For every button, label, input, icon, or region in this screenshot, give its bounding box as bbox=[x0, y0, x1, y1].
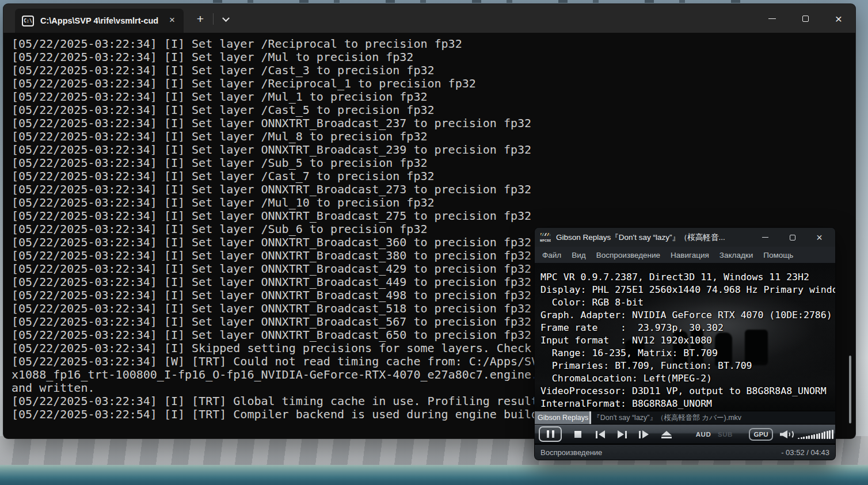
terminal-line: [05/22/2025-03:22:34] [I] Set layer /Cas… bbox=[12, 64, 855, 77]
stop-icon bbox=[574, 431, 581, 438]
mpc-icon-label: MPCBE bbox=[540, 239, 551, 242]
skip-forward-icon bbox=[625, 431, 627, 438]
osd-stats-overlay: MPC VR 0.9.7.2387, Direct3D 11, Windows … bbox=[540, 271, 835, 410]
video-area[interactable]: MPC VR 0.9.7.2387, Direct3D 11, Windows … bbox=[535, 263, 835, 411]
minimize-icon bbox=[762, 237, 768, 238]
terminal-line: [05/22/2025-03:22:34] [I] Set layer /Cas… bbox=[12, 104, 855, 117]
terminal-line: [05/22/2025-03:22:34] [I] Set layer /Mul… bbox=[12, 196, 855, 209]
osd-line: ChromaLocation: Left(MPEG-2) bbox=[540, 372, 835, 385]
volume-bar bbox=[827, 431, 828, 439]
volume-bar bbox=[806, 436, 808, 439]
volume-bar bbox=[816, 434, 818, 439]
volume-bar bbox=[798, 438, 800, 439]
menu-item-6[interactable]: Помощь bbox=[758, 249, 798, 261]
seekbar[interactable]: Gibson Replays 『Don't say “lazy”』（桜高軽音部 … bbox=[535, 411, 835, 425]
terminal-line: [05/22/2025-03:22:34] [I] Set layer ONNX… bbox=[12, 117, 855, 130]
terminal-tab[interactable]: C:\ C:\Apps\SVP 4\rife\vsmlrt-cud × bbox=[15, 9, 184, 33]
menu-item-2[interactable]: Вид bbox=[566, 249, 591, 261]
terminal-tab-title: C:\Apps\SVP 4\rife\vsmlrt-cud bbox=[40, 16, 165, 25]
osd-line: Range: 16-235, Matrix: BT.709 bbox=[540, 347, 835, 360]
osd-line: Primaries: BT.709, Function: BT.709 bbox=[540, 360, 835, 372]
frame-step-icon bbox=[642, 430, 649, 438]
terminal-maximize-button[interactable] bbox=[789, 4, 822, 33]
skip-back-icon bbox=[599, 430, 605, 438]
osd-line: MPC VR 0.9.7.2387, Direct3D 11, Windows … bbox=[540, 271, 835, 284]
eject-button[interactable] bbox=[656, 425, 677, 444]
player-close-button[interactable]: × bbox=[806, 228, 833, 247]
skip-forward-icon bbox=[618, 430, 624, 438]
osd-line: InternalFormat: B8G8R8A8_UNORM bbox=[540, 398, 835, 410]
volume-slider[interactable] bbox=[797, 425, 834, 444]
volume-bar bbox=[808, 436, 810, 439]
terminal-line: [05/22/2025-03:22:34] [I] Set layer /Sub… bbox=[12, 156, 855, 170]
tab-dropdown-button[interactable] bbox=[218, 12, 234, 27]
menu-item-3[interactable]: Воспроизведение bbox=[591, 249, 665, 261]
seekbar-played-segment[interactable]: Gibson Replays bbox=[535, 411, 589, 424]
terminal-line: [05/22/2025-03:22:34] [I] Set layer ONNX… bbox=[12, 143, 855, 156]
speaker-icon bbox=[780, 430, 793, 439]
close-icon: × bbox=[835, 13, 842, 25]
minimize-icon bbox=[768, 18, 776, 19]
pause-icon bbox=[547, 430, 549, 438]
chevron-down-icon bbox=[222, 14, 230, 22]
frame-step-button[interactable] bbox=[633, 425, 654, 444]
player-statusbar: Воспроизведение - 03:52 / 04:43 bbox=[535, 444, 835, 460]
terminal-line: [05/22/2025-03:22:34] [I] Set layer /Mul… bbox=[12, 130, 855, 143]
close-icon: × bbox=[816, 232, 823, 243]
volume-bar bbox=[829, 430, 831, 439]
previous-file-button[interactable] bbox=[590, 425, 611, 444]
volume-bar bbox=[803, 437, 805, 439]
desktop-wallpaper-water bbox=[0, 465, 868, 485]
terminal-minimize-button[interactable] bbox=[755, 4, 789, 33]
osd-line: Color: RGB 8-bit bbox=[540, 296, 835, 309]
osd-line: Display: PHL 275E1 2560x1440 74.968 Hz P… bbox=[540, 284, 835, 296]
menu-item-5[interactable]: Закладки bbox=[714, 249, 758, 261]
new-tab-button[interactable]: + bbox=[192, 12, 209, 28]
tab-close-icon[interactable]: × bbox=[165, 14, 179, 28]
player-maximize-button[interactable] bbox=[779, 228, 806, 247]
volume-bar bbox=[811, 435, 813, 439]
osd-line: VideoProcessor: D3D11 VP, output to B8G8… bbox=[540, 385, 835, 398]
volume-bar bbox=[801, 437, 802, 439]
terminal-line: [05/22/2025-03:22:34] [I] Set layer /Cas… bbox=[12, 170, 855, 183]
gpu-indicator-badge: GPU bbox=[749, 428, 773, 441]
background-window-text-sliver bbox=[213, 0, 748, 3]
player-titlebar[interactable]: MPCBE Gibson Replays『Don't say “lazy”』（桜… bbox=[535, 228, 835, 247]
maximize-icon bbox=[802, 16, 809, 22]
terminal-scrollbar-thumb[interactable] bbox=[849, 356, 851, 423]
mpc-be-app-icon: MPCBE bbox=[540, 232, 551, 243]
player-window-title: Gibson Replays『Don't say “lazy”』（桜高軽音... bbox=[556, 232, 740, 243]
volume-bar bbox=[821, 433, 823, 439]
player-toolbar: AUD SUB GPU bbox=[535, 425, 835, 444]
osd-line: Input format : NV12 1920x1080 bbox=[540, 334, 835, 347]
volume-bar bbox=[813, 434, 815, 439]
terminal-line: [05/22/2025-03:22:34] [I] Set layer /Rec… bbox=[12, 77, 855, 90]
terminal-close-button[interactable]: × bbox=[822, 4, 855, 33]
frame-step-icon bbox=[639, 431, 641, 438]
mute-button[interactable] bbox=[778, 425, 795, 444]
maximize-icon bbox=[790, 235, 795, 240]
menu-item-1[interactable]: Файл bbox=[537, 249, 566, 261]
menu-item-4[interactable]: Навигация bbox=[665, 249, 714, 261]
next-file-button[interactable] bbox=[612, 425, 633, 444]
terminal-titlebar[interactable]: C:\ C:\Apps\SVP 4\rife\vsmlrt-cud × + × bbox=[3, 4, 855, 33]
playback-status-text: Воспроизведение bbox=[535, 448, 602, 457]
terminal-line: [05/22/2025-03:22:34] [I] Set layer ONNX… bbox=[12, 183, 855, 196]
time-display: - 03:52 / 04:43 bbox=[781, 448, 829, 457]
stop-button[interactable] bbox=[568, 425, 588, 444]
seekbar-filename-text: 『Don't say “lazy”』（桜高軽音部 カバー).mkv bbox=[591, 411, 741, 424]
subtitle-track-button[interactable]: SUB bbox=[715, 425, 736, 444]
terminal-line: [05/22/2025-03:22:34] [I] Set layer /Rec… bbox=[12, 37, 855, 51]
player-minimize-button[interactable] bbox=[752, 228, 779, 247]
volume-bar bbox=[824, 431, 825, 439]
osd-line: Graph. Adapter: NVIDIA GeForce RTX 4070 … bbox=[540, 309, 835, 322]
osd-line: Frame rate : 23.973p, 30.302 bbox=[540, 322, 835, 334]
pause-button[interactable] bbox=[539, 426, 562, 442]
terminal-line: [05/22/2025-03:22:34] [I] Set layer /Mul… bbox=[12, 51, 855, 64]
pause-icon bbox=[552, 430, 554, 438]
skip-back-icon bbox=[596, 431, 597, 438]
audio-track-button[interactable]: AUD bbox=[693, 425, 714, 444]
volume-bar bbox=[818, 433, 820, 439]
eject-icon bbox=[661, 431, 672, 438]
terminal-line: [05/22/2025-03:22:34] [I] Set layer /Mul… bbox=[12, 90, 855, 104]
